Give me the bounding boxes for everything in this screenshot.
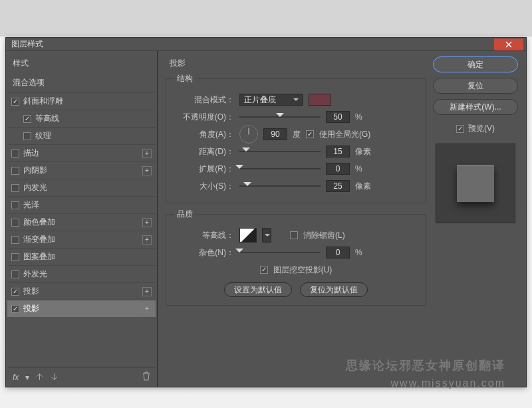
reset-default-button[interactable]: 复位为默认值 — [300, 282, 368, 297]
main-panel: 投影 结构 混合模式： 正片叠底 不透明度(O)： 50 % — [158, 51, 429, 387]
antialias-checkbox[interactable] — [290, 231, 298, 239]
plus-icon[interactable]: + — [142, 149, 152, 158]
sidebar-item-label: 投影 — [23, 303, 39, 314]
opacity-row: 不透明度(O)： 50 % — [174, 108, 418, 126]
sidebar-item-stroke[interactable]: 描边 + — [7, 144, 156, 161]
make-default-button[interactable]: 设置为默认值 — [224, 282, 292, 297]
checkbox-icon[interactable] — [11, 288, 19, 296]
contour-row: 等高线： 消除锯齿(L) — [174, 227, 418, 244]
global-light-checkbox[interactable] — [306, 130, 314, 138]
sidebar-item-inner-glow[interactable]: 内发光 — [7, 179, 156, 196]
contour-dropdown[interactable] — [262, 228, 271, 243]
sidebar-item-label: 描边 — [23, 148, 39, 159]
spread-input[interactable]: 0 — [326, 163, 350, 175]
watermark-text-1: 思缘论坛邪恶女神原创翻译 — [346, 357, 505, 373]
dialog-content: 样式 混合选项 斜面和浮雕 等高线 纹理 描边 + 内阴 — [6, 51, 526, 387]
distance-unit: 像素 — [355, 146, 371, 157]
size-input[interactable]: 25 — [326, 180, 350, 192]
chevron-down-icon[interactable]: ▾ — [25, 373, 29, 382]
blend-mode-label: 混合模式： — [174, 94, 234, 106]
plus-icon[interactable]: + — [142, 218, 152, 227]
checkbox-icon[interactable] — [11, 184, 19, 192]
sidebar-item-label: 等高线 — [35, 113, 59, 124]
checkbox-icon[interactable] — [11, 270, 19, 278]
shadow-color-swatch[interactable] — [309, 94, 331, 106]
blend-options-header[interactable]: 混合选项 — [7, 73, 156, 92]
default-buttons-row: 设置为默认值 复位为默认值 — [174, 282, 418, 297]
angle-input[interactable]: 90 — [263, 128, 287, 140]
checkbox-icon[interactable] — [23, 132, 31, 140]
blend-mode-select[interactable]: 正片叠底 — [239, 94, 303, 106]
sidebar-item-label: 斜面和浮雕 — [23, 96, 63, 107]
close-icon — [505, 41, 512, 48]
sidebar-item-label: 投影 — [23, 286, 39, 297]
checkbox-icon[interactable] — [11, 167, 19, 175]
checkbox-icon[interactable] — [11, 98, 19, 106]
checkbox-icon[interactable] — [23, 115, 31, 123]
arrow-up-icon[interactable]: 🡡 — [36, 373, 44, 382]
size-row: 大小(S)： 25 像素 — [174, 177, 418, 195]
sidebar-item-label: 纹理 — [35, 130, 51, 142]
noise-unit: % — [355, 248, 362, 257]
checkbox-icon[interactable] — [11, 201, 19, 209]
sidebar-item-pattern-overlay[interactable]: 图案叠加 — [7, 248, 156, 265]
sidebar-item-color-overlay[interactable]: 颜色叠加 + — [7, 213, 156, 231]
noise-label: 杂色(N)： — [174, 247, 234, 258]
preview-checkbox[interactable] — [456, 125, 464, 133]
cancel-button[interactable]: 复位 — [433, 78, 518, 94]
titlebar[interactable]: 图层样式 — [6, 38, 526, 51]
size-slider[interactable] — [239, 181, 321, 191]
sidebar-item-texture[interactable]: 纹理 — [7, 127, 156, 144]
checkbox-icon[interactable] — [11, 150, 19, 157]
sidebar-item-drop-shadow-2[interactable]: 投影 + — [7, 300, 156, 317]
watermark-text-2: www.missyuan.com — [391, 377, 505, 389]
knockout-checkbox[interactable] — [260, 266, 268, 274]
angle-label: 角度(A)： — [174, 129, 234, 140]
trash-icon[interactable] — [142, 371, 150, 383]
checkbox-icon[interactable] — [11, 219, 19, 227]
close-button[interactable] — [494, 39, 523, 51]
structure-legend: 结构 — [174, 73, 196, 84]
opacity-label: 不透明度(O)： — [174, 112, 234, 123]
spread-slider[interactable] — [239, 164, 321, 173]
sidebar-item-label: 外发光 — [23, 268, 47, 280]
sidebar-item-satin[interactable]: 光泽 — [7, 196, 156, 213]
noise-slider[interactable] — [239, 248, 321, 257]
right-column: 确定 复位 新建样式(W)... 预览(V) — [429, 51, 526, 387]
global-light-label: 使用全局光(G) — [319, 129, 370, 140]
preview-thumbnail — [436, 144, 515, 223]
sidebar-item-drop-shadow-1[interactable]: 投影 + — [7, 282, 156, 300]
sidebar-item-contour[interactable]: 等高线 — [7, 110, 156, 127]
knockout-row: 图层挖空投影(U) — [174, 261, 418, 278]
plus-icon[interactable]: + — [142, 287, 152, 296]
plus-icon[interactable]: + — [142, 235, 152, 245]
plus-icon[interactable]: + — [142, 166, 152, 175]
spread-row: 扩展(R)： 0 % — [174, 160, 418, 177]
new-style-button[interactable]: 新建样式(W)... — [433, 99, 518, 115]
contour-label: 等高线： — [174, 230, 234, 241]
arrow-down-icon[interactable]: 🡣 — [51, 373, 59, 382]
checkbox-icon[interactable] — [11, 253, 19, 261]
plus-icon[interactable]: + — [142, 304, 152, 314]
distance-input[interactable]: 15 — [326, 146, 350, 157]
distance-slider[interactable] — [239, 147, 321, 156]
sidebar-item-gradient-overlay[interactable]: 渐变叠加 + — [7, 231, 156, 248]
opacity-slider[interactable] — [239, 112, 321, 122]
checkbox-icon[interactable] — [11, 305, 19, 313]
angle-dial[interactable] — [239, 125, 258, 144]
opacity-input[interactable]: 50 — [326, 111, 350, 123]
preview-toggle[interactable]: 预览(V) — [456, 123, 495, 134]
noise-row: 杂色(N)： 0 % — [174, 244, 418, 261]
noise-input[interactable]: 0 — [326, 247, 350, 258]
sidebar-item-bevel[interactable]: 斜面和浮雕 — [7, 92, 156, 110]
fx-menu-button[interactable]: fx — [13, 373, 19, 382]
styles-sidebar: 样式 混合选项 斜面和浮雕 等高线 纹理 描边 + 内阴 — [6, 51, 158, 387]
ok-button[interactable]: 确定 — [433, 56, 518, 72]
contour-picker[interactable] — [239, 228, 257, 243]
angle-unit: 度 — [293, 129, 301, 140]
knockout-label: 图层挖空投影(U) — [273, 264, 332, 276]
sidebar-item-label: 颜色叠加 — [23, 217, 55, 228]
sidebar-item-inner-shadow[interactable]: 内阴影 + — [7, 161, 156, 179]
sidebar-item-outer-glow[interactable]: 外发光 — [7, 265, 156, 282]
checkbox-icon[interactable] — [11, 236, 19, 244]
